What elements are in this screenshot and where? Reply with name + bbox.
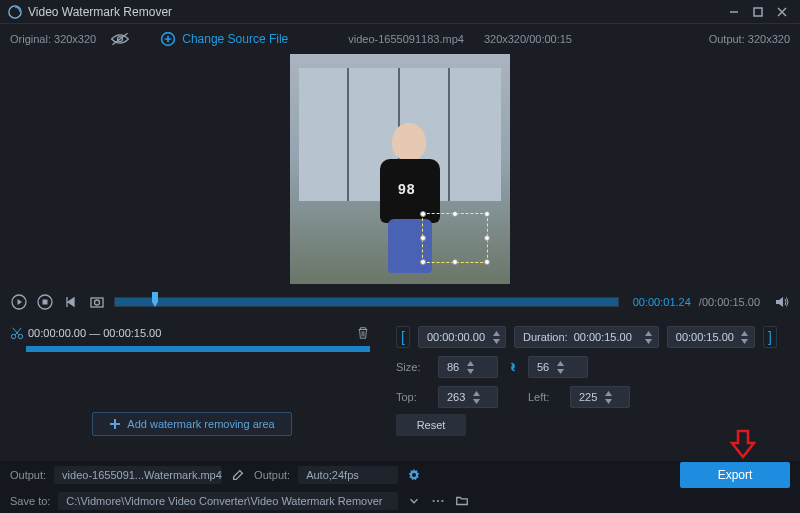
source-bar: Original: 320x320 Change Source File vid… — [0, 24, 800, 54]
bottom-bar: Output: video-1655091...Watermark.mp4 Ou… — [0, 461, 800, 513]
svg-point-12 — [412, 473, 416, 477]
output-format-label: Output: — [254, 469, 290, 481]
edit-output-name-icon[interactable] — [230, 467, 246, 483]
segment-row[interactable]: 00:00:00.00 — 00:00:15.00 — [10, 324, 370, 342]
source-dims-duration: 320x320/00:00:15 — [484, 33, 572, 45]
svg-point-9 — [95, 300, 100, 305]
plus-circle-icon — [160, 31, 176, 47]
original-dims-label: Original: 320x320 — [10, 33, 96, 45]
left-label: Left: — [528, 391, 562, 403]
output-label: Output: — [10, 469, 46, 481]
stop-button[interactable] — [36, 293, 54, 311]
link-aspect-icon[interactable] — [506, 360, 520, 374]
svg-rect-7 — [43, 300, 48, 305]
add-watermark-area-button[interactable]: Add watermark removing area — [92, 412, 292, 436]
svg-rect-1 — [754, 8, 762, 16]
svg-point-10 — [11, 334, 15, 338]
reset-button[interactable]: Reset — [396, 414, 466, 436]
time-current: 00:00:01.24 — [633, 296, 691, 308]
end-time-input[interactable]: 00:00:15.00 — [667, 326, 755, 348]
seek-bar[interactable] — [114, 297, 619, 307]
cut-icon — [10, 326, 24, 340]
volume-icon[interactable] — [774, 294, 790, 310]
change-source-label: Change Source File — [182, 32, 288, 46]
watermark-selection-box[interactable] — [422, 213, 488, 264]
svg-point-14 — [437, 500, 439, 502]
preview-toggle-icon[interactable] — [110, 32, 130, 46]
svg-point-15 — [442, 500, 444, 502]
minimize-button[interactable] — [724, 4, 744, 20]
seek-thumb[interactable] — [150, 292, 160, 308]
saveto-row: Save to: C:\Vidmore\Vidmore Video Conver… — [0, 489, 800, 513]
titlebar: Video Watermark Remover — [0, 0, 800, 24]
open-folder-icon[interactable] — [454, 493, 470, 509]
top-label: Top: — [396, 391, 430, 403]
change-source-button[interactable]: Change Source File — [160, 31, 288, 47]
segments-panel: 00:00:00.00 — 00:00:15.00 Add watermark … — [0, 320, 380, 440]
segment-bar[interactable] — [26, 346, 370, 352]
source-filename: video-1655091183.mp4 — [348, 33, 464, 45]
add-watermark-area-label: Add watermark removing area — [127, 418, 274, 430]
seek-fill — [115, 298, 618, 306]
output-format[interactable]: Auto;24fps — [298, 466, 398, 484]
export-button[interactable]: Export — [680, 462, 790, 488]
output-dims-label: Output: 320x320 — [709, 33, 790, 45]
spin-up-icon[interactable] — [491, 329, 501, 337]
mid-panels: 00:00:00.00 — 00:00:15.00 Add watermark … — [0, 320, 800, 440]
maximize-button[interactable] — [748, 4, 768, 20]
close-button[interactable] — [772, 4, 792, 20]
app-logo-icon — [8, 5, 22, 19]
app-title: Video Watermark Remover — [28, 5, 720, 19]
output-settings-icon[interactable] — [406, 467, 422, 483]
top-input[interactable]: 263 — [438, 386, 498, 408]
svg-point-13 — [433, 500, 435, 502]
delete-segment-icon[interactable] — [356, 326, 370, 340]
svg-point-11 — [18, 334, 22, 338]
size-label: Size: — [396, 361, 430, 373]
saveto-label: Save to: — [10, 495, 50, 507]
output-row: Output: video-1655091...Watermark.mp4 Ou… — [0, 461, 800, 489]
segment-range: 00:00:00.00 — 00:00:15.00 — [28, 327, 356, 339]
left-input[interactable]: 225 — [570, 386, 630, 408]
snapshot-button[interactable] — [88, 293, 106, 311]
spin-down-icon[interactable] — [491, 337, 501, 345]
width-input[interactable]: 86 — [438, 356, 498, 378]
step-forward-button[interactable] — [62, 293, 80, 311]
video-frame[interactable] — [290, 54, 510, 284]
more-options-icon[interactable] — [430, 493, 446, 509]
save-path-dropdown-icon[interactable] — [406, 493, 422, 509]
output-filename[interactable]: video-1655091...Watermark.mp4 — [54, 466, 222, 484]
start-time-input[interactable]: 00:00:00.00 — [418, 326, 506, 348]
set-start-button[interactable]: [ — [396, 326, 410, 348]
properties-panel: [ 00:00:00.00 Duration:00:00:15.00 00:00… — [380, 320, 800, 440]
save-path[interactable]: C:\Vidmore\Vidmore Video Converter\Video… — [58, 492, 398, 510]
video-preview — [0, 54, 800, 288]
height-input[interactable]: 56 — [528, 356, 588, 378]
time-range-row: [ 00:00:00.00 Duration:00:00:15.00 00:00… — [396, 324, 784, 350]
play-button[interactable] — [10, 293, 28, 311]
time-total: /00:00:15.00 — [699, 296, 760, 308]
plus-icon — [109, 418, 121, 430]
set-end-button[interactable]: ] — [763, 326, 777, 348]
transport-bar: 00:00:01.24/00:00:15.00 — [0, 288, 800, 316]
size-row: Size: 86 56 — [396, 354, 784, 380]
position-row: Top: 263 Left: 225 — [396, 384, 784, 410]
duration-input[interactable]: Duration:00:00:15.00 — [514, 326, 659, 348]
